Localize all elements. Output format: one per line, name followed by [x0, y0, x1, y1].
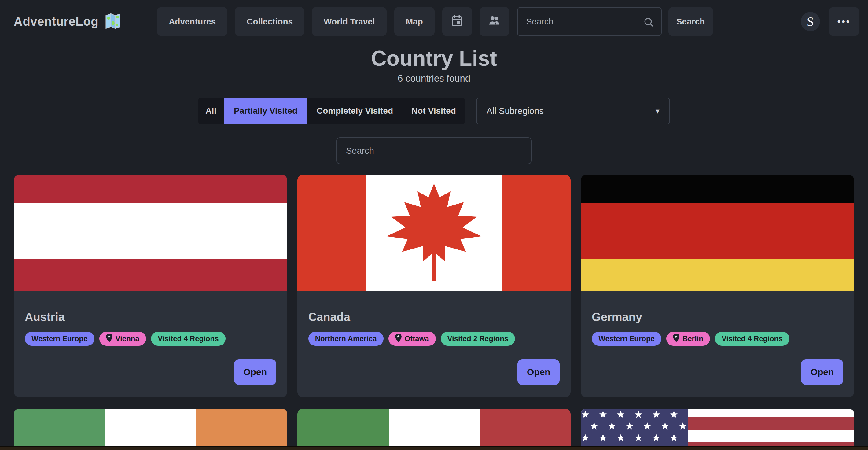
map-pin-icon	[395, 333, 402, 344]
tab-completely-visited[interactable]: Completely Visited	[307, 97, 402, 124]
search-icon	[643, 16, 654, 29]
region-badge: Northern America	[308, 332, 383, 346]
visited-filter-tabs: All Partially Visited Completely Visited…	[198, 97, 465, 124]
visited-regions-badge: Visited 4 Regions	[715, 332, 789, 346]
screen-bottom-edge	[0, 446, 868, 450]
map-pin-icon	[673, 333, 679, 344]
country-card-partial	[298, 409, 571, 450]
header-search	[517, 7, 662, 36]
page-title: Country List	[0, 46, 868, 71]
country-name: Austria	[25, 310, 276, 324]
country-name: Germany	[592, 310, 843, 324]
open-button[interactable]: Open	[234, 359, 276, 385]
tab-all[interactable]: All	[198, 97, 224, 124]
tab-partially-visited[interactable]: Partially Visited	[224, 97, 307, 124]
tab-not-visited[interactable]: Not Visited	[402, 97, 465, 124]
nav-item-world-travel[interactable]: World Travel	[312, 7, 386, 36]
ellipsis-icon: •••	[837, 17, 851, 26]
capital-badge: Berlin	[666, 332, 710, 346]
avatar[interactable]: S	[801, 12, 820, 31]
calendar-button[interactable]	[442, 7, 472, 36]
country-flag-ireland	[14, 409, 287, 450]
results-count: 6 countries found	[0, 73, 868, 84]
more-options-button[interactable]: •••	[829, 7, 859, 36]
capital-label: Vienna	[116, 334, 140, 343]
visited-regions-badge: Visited 4 Regions	[151, 332, 225, 346]
users-button[interactable]	[479, 7, 509, 36]
country-search	[336, 137, 532, 164]
capital-badge: Ottawa	[389, 332, 436, 346]
country-search-input[interactable]	[337, 138, 531, 163]
region-badge: Western Europe	[25, 332, 94, 346]
open-button[interactable]: Open	[518, 359, 560, 385]
open-button[interactable]: Open	[801, 359, 843, 385]
subregion-select[interactable]: All Subregions ▾	[476, 97, 670, 124]
country-flag-germany	[581, 175, 854, 291]
app-name: AdventureLog	[14, 15, 98, 28]
main-nav: Adventures Collections World Travel Map	[157, 7, 509, 36]
country-flag-usa	[581, 409, 854, 450]
app-logo[interactable]: AdventureLog	[14, 12, 122, 31]
map-logo-icon	[104, 12, 122, 31]
top-navbar: AdventureLog Adventures Collections Worl…	[0, 0, 868, 43]
nav-item-collections[interactable]: Collections	[235, 7, 304, 36]
country-flag-italy	[298, 409, 571, 450]
nav-item-map[interactable]: Map	[394, 7, 435, 36]
header-right: S •••	[801, 7, 859, 36]
capital-label: Ottawa	[405, 334, 429, 343]
country-grid: Austria Western Europe Vienna Visited 4 …	[14, 175, 854, 450]
subregion-selected-value: All Subregions	[487, 106, 544, 116]
country-card-partial	[581, 409, 854, 450]
region-badge: Western Europe	[592, 332, 661, 346]
country-name: Canada	[308, 310, 560, 324]
header-search-button[interactable]: Search	[669, 7, 713, 36]
country-card: Canada Northern America Ottawa Visited 2…	[298, 175, 571, 397]
country-flag-canada	[298, 175, 571, 291]
calendar-icon	[450, 14, 464, 29]
users-icon	[487, 13, 501, 30]
avatar-initial: S	[807, 14, 814, 29]
capital-label: Berlin	[682, 334, 703, 343]
country-card-partial	[14, 409, 287, 450]
map-pin-icon	[106, 333, 113, 344]
capital-badge: Vienna	[99, 332, 146, 346]
maple-leaf-icon	[379, 182, 489, 284]
header-search-input[interactable]	[518, 8, 661, 35]
country-card: Austria Western Europe Vienna Visited 4 …	[14, 175, 287, 397]
country-flag-austria	[14, 175, 287, 291]
chevron-down-icon: ▾	[656, 107, 659, 116]
filter-row: All Partially Visited Completely Visited…	[0, 97, 868, 124]
nav-item-adventures[interactable]: Adventures	[157, 7, 227, 36]
usa-canton-stars	[581, 409, 688, 450]
visited-regions-badge: Visited 2 Regions	[441, 332, 515, 346]
country-card: Germany Western Europe Berlin Visited 4 …	[581, 175, 854, 397]
